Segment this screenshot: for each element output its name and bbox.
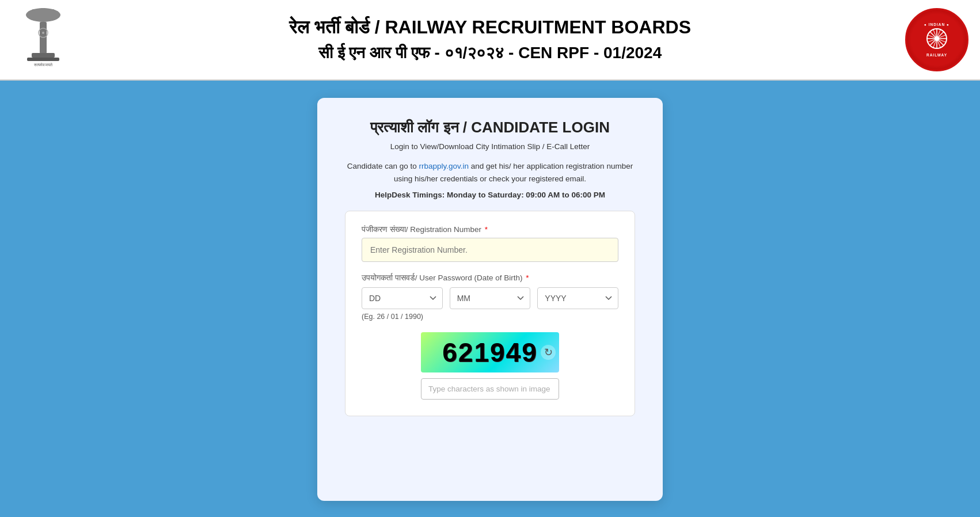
svg-rect-6 — [27, 58, 59, 61]
main-content: प्रत्याशी लॉग इन / CANDIDATE LOGIN Login… — [0, 81, 980, 517]
captcha-image-wrapper: 621949 ↻ — [421, 332, 559, 372]
header-subtitle: सी ई एन आर पी एफ - ०१/२०२४ - CEN RPF - 0… — [289, 41, 691, 64]
captcha-input-wrapper — [421, 378, 559, 400]
login-card-subtitle: Login to View/Download City Intimation S… — [345, 142, 635, 151]
dob-year-select[interactable]: YYYY 1980198119821983 1984198519861987 1… — [537, 287, 618, 309]
svg-rect-5 — [32, 53, 55, 58]
ir-circle-logo: ● INDIAN ● RAILWAY — [905, 8, 968, 71]
svg-rect-2 — [50, 9, 55, 18]
helpdesk-timing: HelpDesk Timings: Monday to Saturday: 09… — [345, 191, 635, 199]
rrbapply-link[interactable]: rrbapply.gov.in — [419, 162, 469, 170]
captcha-value: 621949 — [442, 337, 538, 368]
registration-input[interactable] — [362, 238, 618, 262]
login-card-info: Candidate can go to rrbapply.gov.in and … — [345, 160, 635, 185]
header-text-block: रेल भर्ती बोर्ड / RAILWAY RECRUITMENT BO… — [289, 16, 691, 64]
dob-hint: (Eg. 26 / 01 / 1990) — [362, 313, 618, 321]
page-header: सत्यमेव जयते रेल भर्ती बोर्ड / RAILWAY R… — [0, 0, 980, 81]
dob-selects: DD 0102030405 0607080910 1112131415 1617… — [362, 287, 618, 309]
login-card: प्रत्याशी लॉग इन / CANDIDATE LOGIN Login… — [317, 98, 663, 501]
dob-month-select[interactable]: MM 01020304 05060708 09101112 — [450, 287, 531, 309]
captcha-image: 621949 — [421, 332, 559, 372]
ashoka-pillar-logo: सत्यमेव जयते — [12, 7, 75, 73]
svg-rect-3 — [40, 8, 46, 16]
login-form-section: पंजीकरण संख्या/ Registration Number * उप… — [345, 211, 635, 416]
header-title-hindi: रेल भर्ती बोर्ड / RAILWAY RECRUITMENT BO… — [289, 16, 691, 40]
dob-label: उपयोगकर्ता पासवर्ड/ User Password (Date … — [362, 273, 618, 283]
captcha-section: 621949 ↻ — [362, 332, 618, 400]
captcha-refresh-button[interactable]: ↻ — [541, 345, 556, 360]
dob-day-select[interactable]: DD 0102030405 0607080910 1112131415 1617… — [362, 287, 443, 309]
svg-rect-1 — [32, 9, 36, 18]
required-indicator-dob: * — [526, 273, 529, 282]
svg-text:सत्यमेव जयते: सत्यमेव जयते — [33, 62, 54, 67]
login-card-title: प्रत्याशी लॉग इन / CANDIDATE LOGIN — [345, 119, 635, 136]
indian-railways-logo: ● INDIAN ● RAILWAY — [905, 8, 968, 71]
captcha-input[interactable] — [421, 378, 559, 400]
svg-point-8 — [42, 32, 44, 34]
registration-label: पंजीकरण संख्या/ Registration Number * — [362, 225, 618, 234]
required-indicator: * — [485, 225, 488, 234]
